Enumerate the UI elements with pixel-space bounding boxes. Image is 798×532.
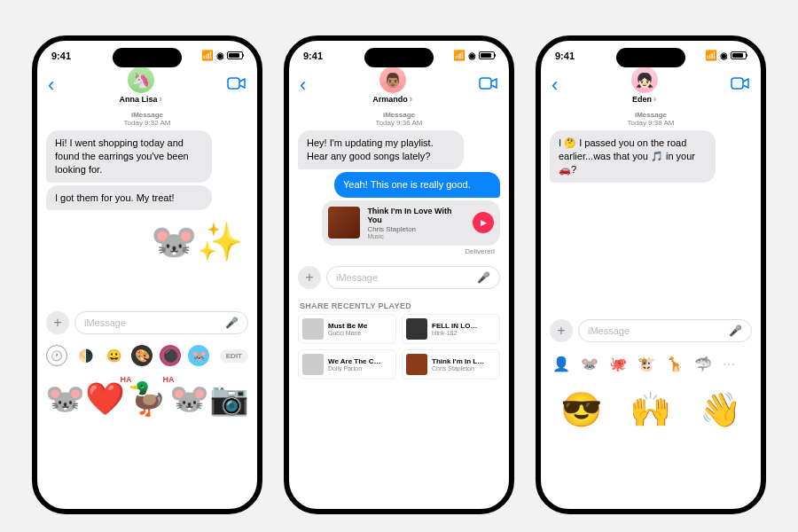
message-input[interactable]: iMessage 🎤 (326, 266, 500, 289)
contact-header[interactable]: 👨🏽 Armando (372, 66, 412, 104)
status-time: 9:41 (51, 51, 71, 61)
play-button[interactable]: ▶ (473, 212, 494, 233)
sticker-app-tray: 🕐 🌗 😀 🎨 ⚫ 🐭 EDIT (37, 340, 257, 372)
sent-sticker[interactable]: 🐭✨ (46, 213, 248, 270)
avatar: 👨🏽 (379, 66, 406, 93)
battery-icon (479, 51, 495, 59)
memoji-sticker[interactable]: 😎 (560, 390, 602, 429)
message-outgoing[interactable]: Yeah! This one is really good. (334, 172, 500, 198)
recently-played-item[interactable]: We Are The C…Dolly Parton (298, 349, 396, 379)
battery-icon (227, 51, 243, 59)
contact-name: Anna Lisa (119, 94, 161, 104)
message-incoming[interactable]: I 🤔 I passed you on the road earlier...w… (550, 130, 716, 183)
status-indicators: 📶 ◉ (453, 50, 495, 61)
recently-played-item[interactable]: FELL IN LO…blink-182 (402, 314, 500, 344)
message-incoming[interactable]: Hey! I'm updating my playlist. Hear any … (298, 130, 464, 169)
recently-played-item[interactable]: Think I'm In L…Chris Stapleton (402, 349, 500, 379)
nav-bar: ‹ 👧🏻 Eden (541, 63, 761, 106)
plus-button[interactable]: + (550, 319, 573, 342)
memoji-sticker[interactable]: 🙌 (630, 390, 671, 429)
contact-header[interactable]: 👧🏻 Eden (631, 66, 658, 104)
memoji-sticker[interactable]: 👋 (700, 390, 741, 429)
message-incoming[interactable]: Hi! I went shopping today and found the … (46, 130, 212, 183)
sticker-pack-icon[interactable]: ⚫ (160, 345, 181, 366)
status-time: 9:41 (555, 51, 575, 61)
phone-armando: 9:41 📶 ◉ ‹ 👨🏽 Armando iMessage Today 9:3… (284, 35, 514, 514)
message-area: I 🤔 I passed you on the road earlier...w… (541, 130, 761, 183)
nav-bar: ‹ 👨🏽 Armando (289, 63, 509, 106)
memoji-category[interactable]: 👤 (550, 353, 573, 376)
input-bar: + iMessage 🎤 (37, 306, 257, 340)
message-incoming[interactable]: I got them for you. My treat! (46, 185, 212, 211)
wifi-icon: ◉ (720, 51, 728, 60)
status-indicators: 📶 ◉ (705, 50, 747, 61)
input-bar: + iMessage 🎤 (289, 261, 509, 294)
svg-rect-2 (732, 78, 743, 89)
recently-played-grid: Must Be MeGucci Mane FELL IN LO…blink-18… (289, 314, 509, 379)
sticker-option[interactable]: 🐭❤️ (45, 380, 125, 418)
music-info: Think I'm In Love With You Chris Staplet… (367, 207, 466, 240)
memoji-tab-icon[interactable]: 🌗 (74, 345, 96, 366)
sticker-pack-icon[interactable]: 🎨 (131, 345, 153, 366)
plus-button[interactable]: + (298, 266, 321, 289)
album-art (328, 207, 360, 239)
message-input[interactable]: iMessage 🎤 (578, 319, 752, 342)
signal-icon: 📶 (453, 50, 466, 61)
memoji-category[interactable]: 🐙 (606, 353, 630, 376)
delivered-status: Delivered (298, 247, 500, 255)
dynamic-island (364, 48, 434, 67)
wifi-icon: ◉ (468, 51, 476, 60)
contact-name: Armando (372, 94, 412, 104)
contact-header[interactable]: 🦄 Anna Lisa (119, 66, 161, 104)
signal-icon: 📶 (705, 50, 717, 61)
sticker-option[interactable]: HA HA 🦆 (127, 380, 167, 418)
music-attachment[interactable]: Think I'm In Love With You Chris Staplet… (322, 200, 500, 246)
back-button[interactable]: ‹ (48, 74, 54, 97)
album-art (406, 354, 427, 375)
facetime-button[interactable] (479, 76, 498, 94)
nav-bar: ‹ 🦄 Anna Lisa (37, 63, 257, 106)
album-art (302, 354, 324, 375)
avatar: 🦄 (128, 66, 154, 93)
memoji-sticker-row: 😎 🙌 👋 (541, 381, 761, 438)
dynamic-island (113, 48, 182, 67)
svg-rect-0 (228, 78, 239, 89)
back-button[interactable]: ‹ (552, 74, 558, 97)
memoji-category[interactable]: 🐭 (578, 353, 601, 376)
contact-name: Eden (632, 94, 656, 104)
facetime-button[interactable] (731, 76, 750, 94)
message-area: Hey! I'm updating my playlist. Hear any … (289, 130, 509, 255)
recently-played-item[interactable]: Must Be MeGucci Mane (298, 314, 396, 344)
edit-button[interactable]: EDIT (220, 349, 248, 363)
emoji-tab-icon[interactable]: 😀 (103, 345, 124, 366)
mic-icon[interactable]: 🎤 (729, 325, 742, 337)
status-time: 9:41 (303, 51, 323, 61)
memoji-category[interactable]: 🦈 (692, 353, 715, 376)
album-art (406, 318, 427, 340)
album-art (302, 318, 324, 340)
recents-icon[interactable]: 🕐 (46, 345, 67, 366)
facetime-button[interactable] (227, 76, 246, 94)
plus-button[interactable]: + (46, 311, 69, 334)
mic-icon[interactable]: 🎤 (225, 317, 239, 329)
memoji-category-tray: 👤 🐭 🐙 🐮 🦒 🦈 ⋯ (541, 348, 761, 381)
phone-anna-lisa: 9:41 📶 ◉ ‹ 🦄 Anna Lisa iMessage Today 9:… (32, 35, 262, 514)
memoji-category[interactable]: 🐮 (635, 353, 658, 376)
mic-icon[interactable]: 🎤 (477, 271, 490, 284)
message-area: Hi! I went shopping today and found the … (37, 130, 257, 270)
wifi-icon: ◉ (216, 51, 224, 60)
section-header: SHARE RECENTLY PLAYED (289, 294, 509, 314)
more-icon[interactable]: ⋯ (723, 357, 735, 372)
dynamic-island (616, 48, 685, 67)
timestamp: iMessage Today 9:32 AM (37, 106, 257, 130)
signal-icon: 📶 (201, 50, 214, 61)
memoji-category[interactable]: 🦒 (663, 353, 686, 376)
sticker-grid: 🐭❤️ HA HA 🦆 🐭📷 (37, 372, 257, 426)
message-input[interactable]: iMessage 🎤 (74, 311, 248, 334)
phone-eden: 9:41 📶 ◉ ‹ 👧🏻 Eden iMessage Today 9:38 A… (536, 35, 766, 514)
sticker-pack-icon[interactable]: 🐭 (188, 345, 209, 366)
battery-icon (731, 51, 747, 59)
back-button[interactable]: ‹ (300, 74, 306, 97)
timestamp: iMessage Today 9:38 AM (541, 106, 761, 130)
sticker-option[interactable]: 🐭📷 (169, 380, 249, 418)
